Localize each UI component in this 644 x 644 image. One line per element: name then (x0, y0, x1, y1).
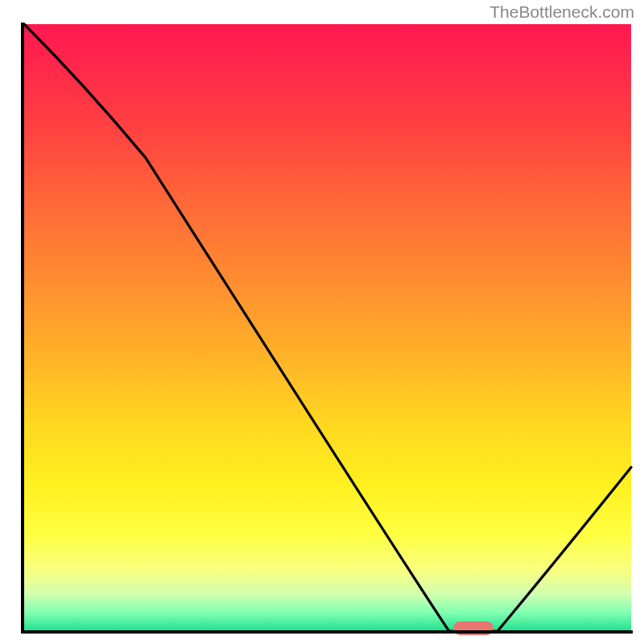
data-curve (24, 24, 631, 631)
y-axis-line (21, 23, 24, 633)
x-axis-line (21, 630, 633, 634)
chart-plot-area (24, 24, 631, 631)
watermark-text: TheBottleneck.com (489, 2, 634, 22)
chart-line-series (24, 24, 631, 631)
